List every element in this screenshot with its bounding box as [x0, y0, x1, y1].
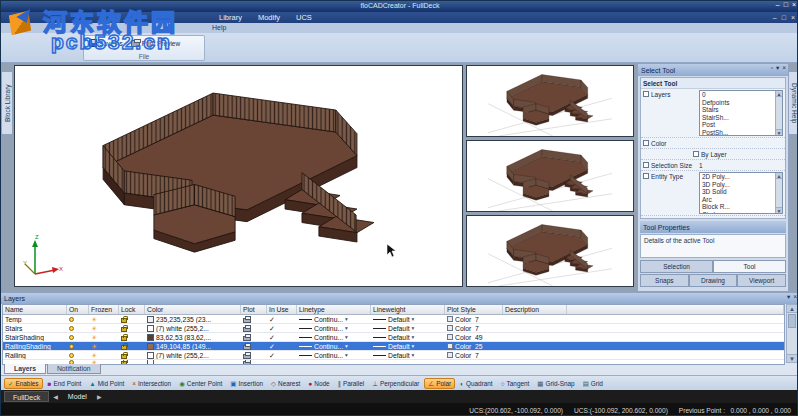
panel-close-icon[interactable]: ×: [793, 293, 797, 301]
dynamic-help-tab[interactable]: Dynamic Help: [788, 71, 798, 135]
color-swatch[interactable]: [147, 343, 154, 350]
entity-type-checkbox[interactable]: [643, 173, 649, 179]
tab-layers[interactable]: Layers: [4, 364, 46, 374]
list-scrollbar[interactable]: ▲▼: [775, 91, 782, 135]
tab-notification[interactable]: Notification: [47, 364, 101, 374]
menu-ucs[interactable]: UCS: [288, 13, 320, 22]
color-swatch[interactable]: [147, 334, 154, 341]
color-filter-checkbox[interactable]: [643, 140, 649, 146]
child-restore-icon[interactable]: □: [782, 14, 786, 21]
selection-size-row: Selection Size 1: [641, 160, 785, 171]
layer-on-icon[interactable]: [69, 317, 74, 322]
snap-grid[interactable]: ▤Grid: [580, 379, 606, 388]
snap-node[interactable]: ●Node: [305, 379, 332, 388]
print-preview-button[interactable]: Print Preview: [129, 38, 182, 48]
layer-on-icon[interactable]: [69, 344, 74, 349]
layer-on-icon[interactable]: [69, 353, 74, 358]
entity-type-list[interactable]: 2D Poly... 3D Poly... 3D Solid Arc Block…: [699, 172, 783, 214]
tab-viewport[interactable]: Viewport: [737, 274, 786, 287]
select-tool-panel-header[interactable]: Select Tool ▫ ▾ ×: [638, 64, 788, 76]
table-scrollbar[interactable]: ▲ ▼: [786, 304, 798, 363]
child-close-icon[interactable]: ×: [791, 14, 795, 21]
tab-right-arrow-icon[interactable]: ▶: [97, 393, 102, 400]
color-swatch[interactable]: [147, 325, 154, 332]
child-minimize-icon[interactable]: –: [773, 14, 777, 21]
model-tab[interactable]: Model: [62, 393, 93, 400]
menu-library[interactable]: Library: [211, 13, 250, 22]
viewport-thumbnail-1[interactable]: [466, 65, 634, 137]
layers-filter-checkbox[interactable]: [643, 91, 649, 97]
snap-insertion[interactable]: ▣Insertion: [227, 379, 266, 388]
table-row-stairshading[interactable]: StairShading ☀ 83,62,53 (83,62,... ✓ Con…: [3, 333, 784, 342]
tab-help[interactable]: Help: [206, 24, 232, 31]
list-scrollbar[interactable]: ▲▼: [775, 173, 782, 213]
snap-end-point[interactable]: ■End Point: [45, 379, 85, 388]
document-tab[interactable]: FullDeck: [4, 391, 49, 402]
snap-polar[interactable]: ∠Polar: [424, 378, 455, 389]
layers-filter-list[interactable]: 0 Defpoints Stairs StairSh... Post PostS…: [699, 90, 783, 136]
close-icon[interactable]: ×: [792, 1, 796, 8]
block-library-tab[interactable]: Block Library: [1, 71, 12, 135]
layer-lock-icon[interactable]: [121, 327, 127, 332]
snap-quadrant[interactable]: ◐Quadrant: [457, 379, 496, 388]
snap-perpendicular[interactable]: ⊥Perpendicular: [369, 379, 422, 388]
layers-table-header: Name On Frozen Lock Color Plot In Use Li…: [3, 305, 784, 315]
layer-frozen-icon[interactable]: ☀: [91, 325, 97, 332]
snap-intersection[interactable]: ×Intersection: [129, 379, 174, 388]
layer-lock-icon[interactable]: [121, 345, 127, 350]
plot-icon[interactable]: [243, 318, 251, 323]
snap-parallel[interactable]: ∥Parallel: [335, 379, 368, 388]
tab-drawing[interactable]: Drawing: [689, 274, 738, 287]
tab-selection[interactable]: Selection: [640, 260, 713, 273]
save-as-button[interactable]: Save As: [87, 38, 125, 48]
select-tool-panel: Select Tool ▫ ▾ × Select Tool Layers 0 D…: [637, 63, 789, 292]
polar-icon: ∠: [428, 380, 434, 387]
dropdown-icon[interactable]: ▾: [787, 293, 790, 301]
minimize-icon[interactable]: –: [776, 1, 780, 8]
table-row-railing[interactable]: Railing ☀ (7) white (255,2... ✓ Continu.…: [3, 351, 784, 360]
dropdown-icon[interactable]: ▾: [776, 64, 779, 72]
layer-lock-icon[interactable]: [121, 354, 127, 359]
parallel-icon: ∥: [338, 380, 341, 387]
layers-panel-header[interactable]: Layers ▾ ×: [1, 293, 798, 304]
main-viewport[interactable]: Z X Y: [14, 65, 463, 287]
layer-frozen-icon[interactable]: ☀: [91, 352, 97, 359]
pin-icon[interactable]: ▫: [771, 64, 773, 72]
plot-icon[interactable]: [243, 327, 251, 332]
layer-on-icon[interactable]: [69, 326, 74, 331]
color-swatch[interactable]: [147, 316, 154, 323]
plot-icon[interactable]: [243, 345, 251, 350]
snap-toolbar: ✓Enables ■End Point ▲Mid Point ×Intersec…: [1, 375, 798, 390]
snap-tangent[interactable]: ○Tangent: [498, 379, 533, 388]
tab-left-arrow-icon[interactable]: ◀: [53, 393, 58, 400]
table-row-railingshading-selected[interactable]: RailingShading ☀ 149,104,85 (149... ✓ Co…: [3, 342, 784, 351]
plot-icon[interactable]: [243, 336, 251, 341]
tab-snaps[interactable]: Snaps: [640, 274, 689, 287]
panel-close-icon[interactable]: ×: [782, 64, 786, 72]
snap-grid-snap[interactable]: ▦Grid-Snap: [534, 379, 577, 388]
layer-frozen-icon[interactable]: ☀: [91, 343, 97, 350]
selection-size-checkbox[interactable]: [643, 162, 649, 168]
viewport-thumbnail-2[interactable]: [466, 140, 634, 212]
table-row-temp[interactable]: Temp ☀ 235,235,235 (23... ✓ Continu...▾ …: [3, 315, 784, 324]
layer-frozen-icon[interactable]: ☀: [91, 316, 97, 323]
menu-modify[interactable]: Modify: [250, 13, 288, 22]
ribbon-group-file: Save As Print Preview File: [83, 35, 205, 61]
layer-lock-icon[interactable]: [121, 318, 127, 323]
snap-nearest[interactable]: ◇Nearest: [268, 379, 303, 388]
layer-frozen-icon[interactable]: ☀: [91, 334, 97, 341]
layer-on-icon[interactable]: [69, 335, 74, 340]
selection-size-value[interactable]: 1: [699, 161, 703, 169]
maximize-icon[interactable]: □: [784, 1, 788, 8]
by-layer-checkbox[interactable]: [693, 151, 699, 157]
viewport-thumbnail-3[interactable]: [466, 215, 634, 287]
table-row-stairs[interactable]: Stairs ☀ (7) white (255,2... ✓ Continu..…: [3, 324, 784, 333]
snap-mid-point[interactable]: ▲Mid Point: [86, 379, 127, 388]
snap-enables[interactable]: ✓Enables: [4, 378, 43, 389]
tangent-icon: ○: [501, 380, 505, 387]
tab-tool[interactable]: Tool: [713, 260, 786, 273]
color-swatch[interactable]: [147, 352, 154, 359]
snap-center-point[interactable]: ◉Center Point: [176, 379, 225, 388]
plot-icon[interactable]: [243, 354, 251, 359]
layer-lock-icon[interactable]: [121, 336, 127, 341]
